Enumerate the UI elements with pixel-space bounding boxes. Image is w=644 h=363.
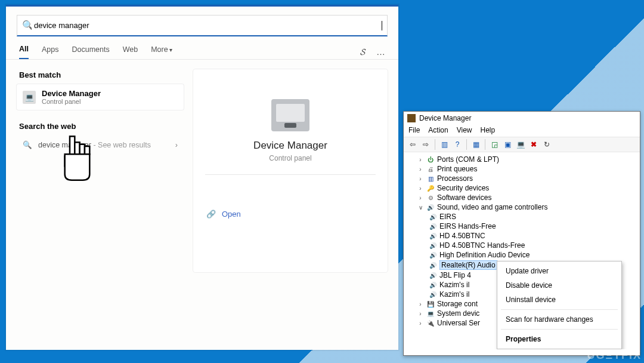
node-software[interactable]: ›⚙Software devices bbox=[408, 193, 639, 202]
open-label: Open bbox=[222, 210, 241, 219]
menu-view[interactable]: View bbox=[457, 126, 472, 134]
scanhw-icon[interactable]: ↻ bbox=[541, 139, 552, 150]
web-query: device manager bbox=[38, 141, 91, 149]
ctx-uninstall-device[interactable]: Uninstall device bbox=[497, 293, 621, 307]
window-titlebar[interactable]: Device Manager bbox=[404, 112, 640, 125]
node-processors[interactable]: ›▥Processors bbox=[408, 174, 639, 183]
search-tabs: All Apps Documents Web More 𝓢 … bbox=[6, 45, 398, 59]
search-input[interactable] bbox=[32, 17, 383, 33]
more-icon[interactable]: … bbox=[376, 47, 385, 57]
ctx-properties[interactable]: Properties bbox=[497, 332, 621, 346]
search-box[interactable]: 🔍 bbox=[17, 15, 388, 36]
tab-apps[interactable]: Apps bbox=[42, 45, 59, 59]
ctx-disable-device[interactable]: Disable device bbox=[497, 278, 621, 293]
best-match-result[interactable]: 💻 Device Manager Control panel bbox=[17, 84, 184, 110]
open-icon: 🔗 bbox=[206, 210, 216, 219]
best-match-title: Device Manager bbox=[42, 89, 101, 98]
preview-subtitle: Control panel bbox=[205, 154, 376, 162]
tab-web[interactable]: Web bbox=[123, 45, 138, 59]
sound-child[interactable]: 🔊EIRS bbox=[408, 212, 639, 222]
web-result-row[interactable]: 🔍 device manager - See web results › bbox=[17, 136, 184, 154]
node-security[interactable]: ›🔑Security devices bbox=[408, 183, 639, 193]
result-preview-pane: Device Manager Control panel 🔗 Open bbox=[193, 69, 388, 272]
devmgr-title-icon bbox=[407, 114, 416, 122]
device-manager-window: Device Manager File Action View Help ⇦ ⇨… bbox=[403, 111, 640, 356]
menu-help[interactable]: Help bbox=[481, 126, 496, 134]
tab-more[interactable]: More bbox=[151, 45, 172, 59]
web-action: See web results bbox=[98, 141, 151, 149]
node-sound[interactable]: ∨🔊Sound, video and game controllers bbox=[408, 202, 639, 212]
search-web-label: Search the web bbox=[19, 122, 184, 131]
toolbar: ⇦ ⇨ ▥ ? ▦ ◲ ▣ 💻 ✖ ↻ bbox=[404, 137, 640, 152]
scan-icon[interactable]: ◲ bbox=[489, 139, 500, 150]
window-title: Device Manager bbox=[419, 114, 471, 122]
props-icon[interactable]: ▦ bbox=[470, 139, 481, 150]
tab-documents[interactable]: Documents bbox=[72, 45, 109, 59]
best-match-subtitle: Control panel bbox=[42, 98, 101, 105]
uninstall-icon[interactable]: ✖ bbox=[528, 139, 539, 150]
menu-bar: File Action View Help bbox=[404, 125, 640, 137]
share-icon[interactable]: 𝓢 bbox=[360, 47, 366, 57]
preview-title: Device Manager bbox=[205, 140, 376, 152]
screen-icon[interactable]: 💻 bbox=[515, 139, 526, 150]
sound-child[interactable]: 🔊EIRS Hands-Free bbox=[408, 222, 639, 231]
back-icon[interactable]: ⇦ bbox=[407, 139, 418, 150]
node-ports[interactable]: ›⏻Ports (COM & LPT) bbox=[408, 155, 639, 164]
ctx-update-driver[interactable]: Update driver bbox=[497, 264, 621, 278]
sound-child[interactable]: 🔊HD 4.50BTNC Hands-Free bbox=[408, 241, 639, 250]
best-match-label: Best match bbox=[19, 70, 184, 79]
tab-all[interactable]: All bbox=[19, 45, 29, 59]
node-print-queues[interactable]: ›🖨Print queues bbox=[408, 164, 639, 174]
windows-search-panel: 🔍 All Apps Documents Web More 𝓢 … Best m… bbox=[6, 5, 398, 350]
sound-child[interactable]: 🔊HD 4.50BTNC bbox=[408, 231, 639, 241]
sound-child[interactable]: 🔊High Definition Audio Device bbox=[408, 250, 639, 260]
show-icon[interactable]: ▥ bbox=[439, 139, 450, 150]
update-icon[interactable]: ▣ bbox=[502, 139, 513, 150]
help-icon[interactable]: ? bbox=[452, 139, 463, 150]
search-icon: 🔍 bbox=[23, 140, 32, 149]
open-action[interactable]: 🔗 Open bbox=[205, 206, 376, 222]
chevron-right-icon: › bbox=[175, 141, 178, 149]
device-tree[interactable]: ›⏻Ports (COM & LPT) ›🖨Print queues ›▥Pro… bbox=[404, 152, 640, 349]
device-manager-icon: 💻 bbox=[23, 91, 36, 104]
context-menu: Update driver Disable device Uninstall d… bbox=[497, 261, 622, 349]
ctx-scan-hardware[interactable]: Scan for hardware changes bbox=[497, 312, 621, 327]
search-icon: 🔍 bbox=[22, 20, 32, 31]
forward-icon[interactable]: ⇨ bbox=[420, 139, 431, 150]
watermark: UGΞTFİX bbox=[587, 349, 642, 362]
device-manager-large-icon bbox=[271, 99, 309, 131]
menu-action[interactable]: Action bbox=[428, 126, 448, 134]
menu-file[interactable]: File bbox=[408, 126, 420, 134]
